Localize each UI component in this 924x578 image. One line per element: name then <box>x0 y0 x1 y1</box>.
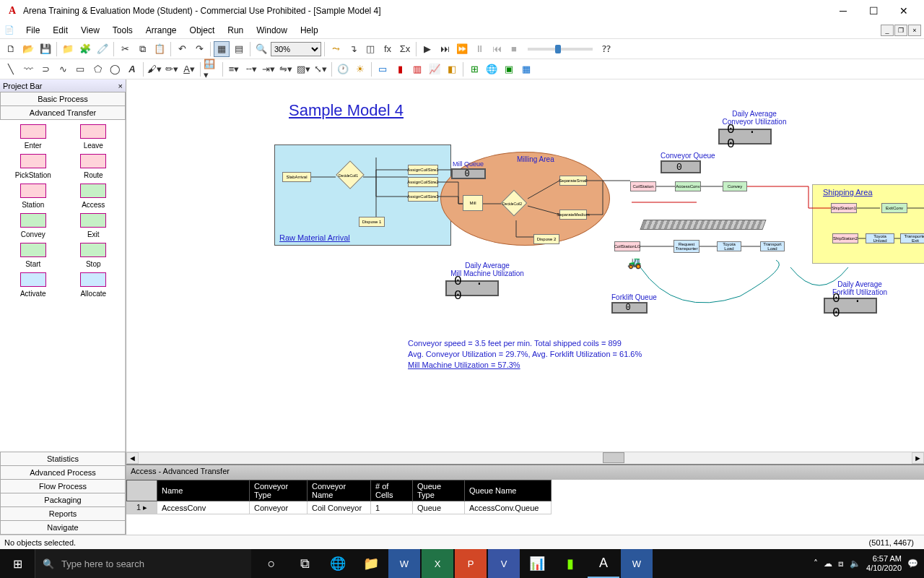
word-icon[interactable]: W <box>388 549 420 578</box>
template-icon[interactable]: 📁 <box>60 41 76 57</box>
visio-icon[interactable]: V <box>488 549 520 578</box>
ellipse-icon[interactable]: ◯ <box>107 61 123 77</box>
section-advanced-transfer[interactable]: Advanced Transfer <box>0 105 126 120</box>
module-route[interactable]: Route <box>65 154 123 179</box>
step-icon[interactable]: ⏭ <box>437 41 453 57</box>
module-allocate[interactable]: Allocate <box>65 272 123 298</box>
scroll-right-icon[interactable]: ► <box>912 452 924 464</box>
resource-icon[interactable]: ⊞ <box>466 61 482 77</box>
tray-chevron-icon[interactable]: ˄ <box>814 558 818 569</box>
start-icon[interactable]: ⏮ <box>489 41 505 57</box>
section-basic-process[interactable]: Basic Process <box>0 92 126 106</box>
menu-file[interactable]: File <box>20 23 45 38</box>
scroll-left-icon[interactable]: ◄ <box>126 452 139 464</box>
table-row[interactable]: 1 ▸ AccessConv Conveyor Coil Conveyor 1 … <box>127 501 552 514</box>
text-icon[interactable]: A <box>124 61 140 77</box>
volume-icon[interactable]: 🔈 <box>850 558 860 569</box>
node-toyota-unload[interactable]: Toyota Unload <box>866 233 894 243</box>
project-bar-close-icon[interactable]: × <box>118 82 123 90</box>
global-icon[interactable]: 🌐 <box>484 61 500 77</box>
module-activate[interactable]: Activate <box>4 272 62 298</box>
section-navigate[interactable]: Navigate <box>0 520 126 535</box>
pause-icon[interactable]: ⏸ <box>471 41 487 57</box>
attach-icon[interactable]: 🧩 <box>77 41 93 57</box>
app-icon-1[interactable]: 📊 <box>521 549 553 578</box>
node-assign1[interactable]: AssignCoilSize1 <box>408 165 438 175</box>
taskbar-clock[interactable]: 6:57 AM 4/10/2020 <box>866 554 902 573</box>
module-start[interactable]: Start <box>4 243 62 268</box>
module-pickstation[interactable]: PickStation <box>4 154 62 179</box>
module-access[interactable]: Access <box>65 184 123 209</box>
transporter-icon[interactable]: ▦ <box>518 61 534 77</box>
node-transporter-exit[interactable]: Transporter Exit <box>900 233 924 243</box>
node-shipstation2[interactable]: ShipStation2 <box>832 233 858 243</box>
node-dispose1[interactable]: Dispose 1 <box>359 217 385 227</box>
node-shipstation1[interactable]: ShipStation1 <box>831 203 857 213</box>
layers-icon[interactable]: ▦ <box>214 41 230 57</box>
total-output-label[interactable]: Total Output <box>912 316 924 324</box>
node-slabarrival[interactable]: SlabArrival <box>282 172 311 182</box>
connect-icon[interactable]: ⤳ <box>328 41 344 57</box>
node-mill[interactable]: Mill <box>463 195 483 211</box>
arc-icon[interactable]: ⊃ <box>38 61 53 77</box>
menu-edit[interactable]: Edit <box>47 23 74 38</box>
maximize-button[interactable]: ☐ <box>859 1 888 21</box>
zoom-icon[interactable]: 🔍 <box>253 41 269 57</box>
save-icon[interactable]: 💾 <box>38 41 53 57</box>
scroll-thumb[interactable] <box>603 452 624 463</box>
powerpoint-icon[interactable]: P <box>455 549 487 578</box>
section-packaging[interactable]: Packaging <box>0 493 126 507</box>
redo-icon[interactable]: ↷ <box>191 41 207 57</box>
node-toyota-load[interactable]: Toyota Load <box>717 241 741 251</box>
mdi-close[interactable]: × <box>908 25 921 36</box>
mdi-restore[interactable]: ❐ <box>894 25 907 36</box>
line-icon[interactable]: ╲ <box>3 61 19 77</box>
undo-icon[interactable]: ↶ <box>174 41 190 57</box>
section-flow-process[interactable]: Flow Process <box>0 479 126 493</box>
large-coils-label[interactable]: Large Coils <box>912 302 924 310</box>
menu-run[interactable]: Run <box>222 23 249 38</box>
node-transport-load[interactable]: Transport Load <box>760 241 785 251</box>
copy-icon[interactable]: ⧉ <box>134 41 150 57</box>
module-exit[interactable]: Exit <box>65 213 123 238</box>
open-icon[interactable]: 📂 <box>20 41 36 57</box>
section-reports[interactable]: Reports <box>0 506 126 521</box>
polygon-icon[interactable]: ⬠ <box>90 61 105 77</box>
excel-icon[interactable]: X <box>422 549 453 578</box>
node-convey[interactable]: Convey <box>723 181 747 191</box>
start-button[interactable]: ⊞ <box>0 549 35 578</box>
line-weight-icon[interactable]: ≡▾ <box>226 61 242 77</box>
submodel-icon[interactable]: ▤ <box>231 41 247 57</box>
line-color-icon[interactable]: ✏▾ <box>164 61 180 77</box>
fill-color-icon[interactable]: 🖌▾ <box>147 61 162 77</box>
text-color-icon[interactable]: A▾ <box>181 61 197 77</box>
node-sep-small[interactable]: SeparateSmall <box>559 176 587 186</box>
play-icon[interactable]: ▶ <box>419 41 435 57</box>
snap-icon[interactable]: ◫ <box>362 41 378 57</box>
node-dispose2[interactable]: Dispose 2 <box>533 234 559 244</box>
h-flip-icon[interactable]: ⇋▾ <box>278 61 294 77</box>
cortana-icon[interactable]: ○ <box>256 549 287 578</box>
menu-help[interactable]: Help <box>295 23 324 38</box>
plot-icon[interactable]: 📈 <box>427 61 443 77</box>
arrow-style-icon[interactable]: ⇥▾ <box>261 61 276 77</box>
menu-arrange[interactable]: Arrange <box>140 23 183 38</box>
node-req-transporter[interactable]: Request Transporter <box>674 240 699 253</box>
node-sep-med[interactable]: SeparateMedium <box>559 210 587 220</box>
sum-icon[interactable]: Σx <box>397 41 413 57</box>
stop-icon[interactable]: ■ <box>506 41 522 57</box>
module-leave[interactable]: Leave <box>65 124 123 150</box>
node-coilstation[interactable]: CoilStation <box>630 181 656 191</box>
cut-icon[interactable]: ✂ <box>117 41 133 57</box>
node-assign2[interactable]: AssignCoilSize2 <box>408 177 438 187</box>
anim-clock-icon[interactable]: 🕐 <box>335 61 351 77</box>
module-stop[interactable]: Stop <box>65 243 123 268</box>
module-station[interactable]: Station <box>4 184 62 209</box>
menu-view[interactable]: View <box>75 23 105 38</box>
dropbox-icon[interactable]: ⧈ <box>838 558 844 569</box>
queue-icon[interactable]: ◧ <box>444 61 460 77</box>
minimize-button[interactable]: ─ <box>829 1 858 21</box>
module-enter[interactable]: Enter <box>4 124 62 150</box>
app-icon-2[interactable]: ▮ <box>554 549 586 578</box>
arrow-icon[interactable]: ↴ <box>345 41 361 57</box>
